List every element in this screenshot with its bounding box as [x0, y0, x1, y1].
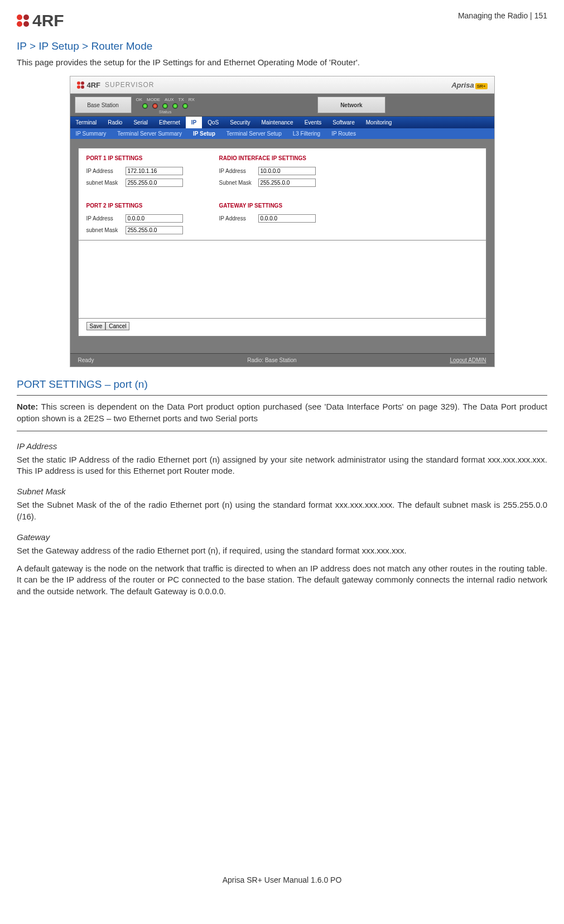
network-box[interactable]: Network	[317, 97, 385, 113]
tab-ethernet[interactable]: Ethernet	[153, 117, 186, 128]
subnet-text: Set the Subnet Mask of the of the radio …	[17, 499, 547, 522]
ipaddr-text: Set the static IP Address of the radio E…	[17, 454, 547, 477]
logo: 4RF	[17, 11, 64, 30]
tab-security[interactable]: Security	[224, 117, 256, 128]
radioif-ip-label: IP Address	[219, 168, 258, 174]
radioif-mask-input[interactable]	[258, 179, 316, 187]
footer-ready: Ready	[78, 357, 94, 363]
led-tx-icon	[172, 103, 178, 109]
led-aux-icon	[162, 103, 168, 109]
radioif-mask-label: Subnet Mask	[219, 180, 258, 186]
port2-ip-label: IP Address	[86, 215, 126, 222]
footer-radio: Radio: Base Station	[247, 357, 296, 363]
sv-brand: 4RF	[87, 81, 101, 89]
logo-dots-icon	[17, 15, 29, 27]
gateway-title: GATEWAY IP SETTINGS	[219, 203, 342, 209]
subtab-l3-filtering[interactable]: L3 Filtering	[287, 128, 326, 139]
page-title: IP > IP Setup > Router Mode	[17, 40, 547, 52]
gateway-text2: A default gateway is the node on the net…	[17, 563, 547, 597]
led-rx-icon	[182, 103, 188, 109]
aprisa-badge: AprisaSR+	[451, 81, 487, 89]
tab-events[interactable]: Events	[299, 117, 327, 128]
sv-logo-icon	[77, 81, 84, 89]
logo-text: 4RF	[32, 11, 64, 30]
subtab-terminal-server-setup[interactable]: Terminal Server Setup	[221, 128, 287, 139]
port1-mask-input[interactable]	[126, 179, 183, 187]
subtab-terminal-server-summary[interactable]: Terminal Server Summary	[112, 128, 187, 139]
tab-maintenance[interactable]: Maintenance	[256, 117, 298, 128]
logout-link[interactable]: Logout ADMIN	[450, 357, 486, 363]
tab-software[interactable]: Software	[327, 117, 360, 128]
port1-ip-input[interactable]	[126, 167, 183, 175]
tab-qos[interactable]: QoS	[202, 117, 224, 128]
page-footer: Aprisa SR+ User Manual 1.6.0 PO	[0, 875, 564, 884]
subtab-ip-routes[interactable]: IP Routes	[326, 128, 361, 139]
divider	[17, 395, 547, 396]
radioif-ip-input[interactable]	[258, 167, 316, 175]
led-mode-icon	[152, 103, 158, 109]
subtab-ip-setup[interactable]: IP Setup	[187, 128, 221, 139]
port1-ip-label: IP Address	[86, 168, 126, 174]
gateway-text1: Set the Gateway address of the radio Eth…	[17, 545, 547, 556]
note-block: Note: This screen is dependent on the Da…	[17, 401, 547, 424]
page-meta: Managing the Radio | 151	[458, 11, 547, 20]
sv-supervisor: SUPERVISOR	[105, 81, 154, 89]
save-button[interactable]: Save	[86, 322, 106, 330]
sub-tabs: IP Summary Terminal Server Summary IP Se…	[70, 128, 494, 139]
radioif-title: RADIO INTERFACE IP SETTINGS	[219, 155, 342, 161]
tab-terminal[interactable]: Terminal	[70, 117, 103, 128]
port2-ip-input[interactable]	[126, 214, 183, 223]
subtab-ip-summary[interactable]: IP Summary	[70, 128, 112, 139]
port2-mask-label: subnet Mask	[86, 227, 126, 233]
port1-title: PORT 1 IP SETTINGS	[86, 155, 204, 161]
port1-mask-label: subnet Mask	[86, 180, 126, 186]
tab-monitoring[interactable]: Monitoring	[360, 117, 398, 128]
tab-radio[interactable]: Radio	[102, 117, 128, 128]
port2-title: PORT 2 IP SETTINGS	[86, 203, 204, 209]
subnet-heading: Subnet Mask	[17, 487, 547, 496]
gateway-ip-label: IP Address	[219, 215, 258, 222]
port-settings-heading: PORT SETTINGS – port (n)	[17, 378, 547, 391]
divider	[17, 431, 547, 431]
base-station-box[interactable]: Base Station	[75, 97, 132, 113]
tab-ip[interactable]: IP	[186, 117, 202, 128]
supervisor-screenshot: 4RF SUPERVISOR AprisaSR+ Base Station OK…	[70, 76, 495, 367]
intro-text: This page provides the setup for the IP …	[17, 57, 547, 68]
gateway-heading: Gateway	[17, 532, 547, 542]
tab-serial[interactable]: Serial	[128, 117, 153, 128]
port2-mask-input[interactable]	[126, 226, 183, 234]
status-leds: OK MODE AUX TX RX Status	[136, 94, 195, 116]
main-tabs: Terminal Radio Serial Ethernet IP QoS Se…	[70, 117, 494, 128]
gateway-ip-input[interactable]	[258, 214, 316, 223]
cancel-button[interactable]: Cancel	[105, 322, 129, 330]
ipaddr-heading: IP Address	[17, 441, 547, 451]
led-ok-icon	[142, 103, 148, 109]
